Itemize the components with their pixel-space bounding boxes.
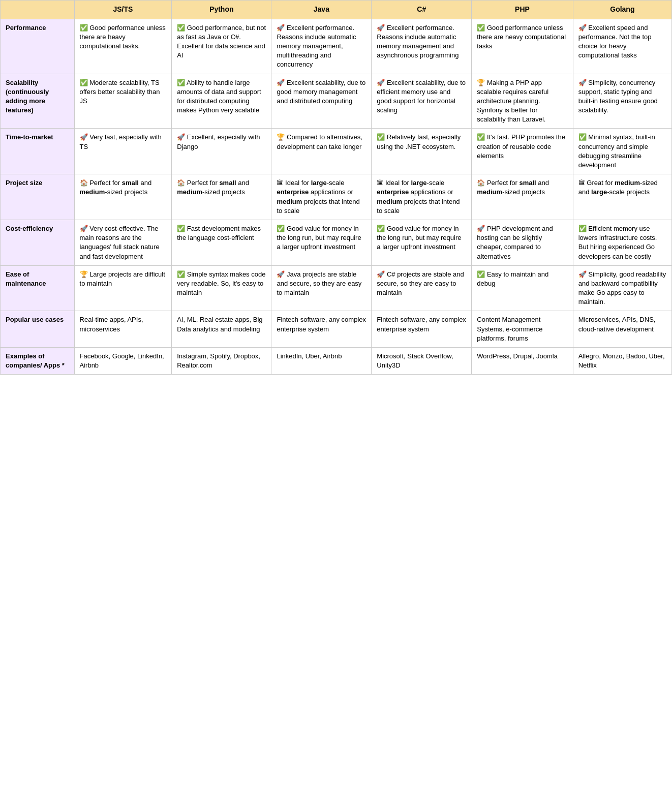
row-category: Project size <box>1 174 75 220</box>
cell-0-golang: 🚀 Excellent speed and performance. Not t… <box>573 19 671 74</box>
cell-1-php: 🏆 Making a PHP app scalable requires car… <box>472 74 573 129</box>
header-java: Java <box>271 1 372 19</box>
cell-6-csharp: Fintech software, any complex enterprise… <box>372 311 472 348</box>
cell-7-php: WordPress, Drupal, Joomla <box>472 348 573 375</box>
cell-7-golang: Allegro, Monzo, Badoo, Uber, Netflix <box>573 348 671 375</box>
row-category: Cost-efficiency <box>1 220 75 265</box>
cell-1-golang: 🚀 Simplicity, concurrency support, stati… <box>573 74 671 129</box>
table-row: Ease of maintenance🏆 Large projects are … <box>1 265 672 311</box>
cell-1-csharp: 🚀 Excellent scalability, due to efficien… <box>372 74 472 129</box>
row-category: Popular use cases <box>1 311 75 348</box>
cell-5-js: 🏆 Large projects are difficult to mainta… <box>74 265 172 311</box>
cell-0-java: 🚀 Excellent performance. Reasons include… <box>271 19 372 74</box>
cell-5-python: ✅ Simple syntax makes code very readable… <box>172 265 271 311</box>
cell-5-golang: 🚀 Simplicity, good readability and backw… <box>573 265 671 311</box>
table-row: Cost-efficiency🚀 Very cost-effective. Th… <box>1 220 672 265</box>
header-golang: Golang <box>573 1 671 19</box>
row-category: Time-to-market <box>1 129 75 174</box>
row-category: Scalability (continuously adding more fe… <box>1 74 75 129</box>
cell-2-python: 🚀 Excellent, especially with Django <box>172 129 271 174</box>
cell-4-php: 🚀 PHP development and hosting can be sli… <box>472 220 573 265</box>
comparison-table-wrapper: JS/TS Python Java C# PHP Golang Performa… <box>0 0 672 375</box>
header-category <box>1 1 75 19</box>
cell-3-golang: 🏛 Great for medium-sized and large-scale… <box>573 174 671 220</box>
table-row: Scalability (continuously adding more fe… <box>1 74 672 129</box>
cell-2-java: 🏆 Compared to alternatives, development … <box>271 129 372 174</box>
cell-6-python: AI, ML, Real estate apps, Big Data analy… <box>172 311 271 348</box>
cell-3-java: 🏛 Ideal for large-scale enterprise appli… <box>271 174 372 220</box>
header-php: PHP <box>472 1 573 19</box>
cell-2-php: ✅ It's fast. PHP promotes the creation o… <box>472 129 573 174</box>
header-js: JS/TS <box>74 1 172 19</box>
cell-2-golang: ✅ Minimal syntax, built-in concurrency a… <box>573 129 671 174</box>
cell-0-js: ✅ Good performance unless there are heav… <box>74 19 172 74</box>
header-row: JS/TS Python Java C# PHP Golang <box>1 1 672 19</box>
cell-7-js: Facebook, Google, LinkedIn, Airbnb <box>74 348 172 375</box>
cell-0-python: ✅ Good performance, but not as fast as J… <box>172 19 271 74</box>
row-category: Performance <box>1 19 75 74</box>
comparison-table: JS/TS Python Java C# PHP Golang Performa… <box>0 0 672 375</box>
cell-2-js: 🚀 Very fast, especially with TS <box>74 129 172 174</box>
cell-0-csharp: 🚀 Excellent performance. Reasons include… <box>372 19 472 74</box>
cell-7-python: Instagram, Spotify, Dropbox, Realtor.com <box>172 348 271 375</box>
cell-5-csharp: 🚀 C# projects are stable and secure, so … <box>372 265 472 311</box>
cell-6-java: Fintech software, any complex enterprise… <box>271 311 372 348</box>
row-category: Examples of companies/ Apps * <box>1 348 75 375</box>
cell-6-golang: Microservices, APIs, DNS, cloud-native d… <box>573 311 671 348</box>
table-row: Examples of companies/ Apps *Facebook, G… <box>1 348 672 375</box>
cell-3-php: 🏠 Perfect for small and medium-sized pro… <box>472 174 573 220</box>
cell-7-csharp: Microsoft, Stack Overflow, Unity3D <box>372 348 472 375</box>
table-row: Project size🏠 Perfect for small and medi… <box>1 174 672 220</box>
table-row: Performance✅ Good performance unless the… <box>1 19 672 74</box>
cell-1-python: ✅ Ability to handle large amounts of dat… <box>172 74 271 129</box>
cell-4-java: ✅ Good value for money in the long run, … <box>271 220 372 265</box>
header-csharp: C# <box>372 1 472 19</box>
table-row: Popular use casesReal-time apps, APIs, m… <box>1 311 672 348</box>
cell-6-js: Real-time apps, APIs, microservices <box>74 311 172 348</box>
header-python: Python <box>172 1 271 19</box>
cell-3-js: 🏠 Perfect for small and medium-sized pro… <box>74 174 172 220</box>
cell-7-java: LinkedIn, Uber, Airbnb <box>271 348 372 375</box>
cell-1-js: ✅ Moderate scalability, TS offers better… <box>74 74 172 129</box>
cell-4-csharp: ✅ Good value for money in the long run, … <box>372 220 472 265</box>
cell-4-golang: ✅ Efficient memory use lowers infrastruc… <box>573 220 671 265</box>
cell-5-php: ✅ Easy to maintain and debug <box>472 265 573 311</box>
table-row: Time-to-market🚀 Very fast, especially wi… <box>1 129 672 174</box>
cell-3-csharp: 🏛 Ideal for large-scale enterprise appli… <box>372 174 472 220</box>
cell-0-php: ✅ Good performance unless there are heav… <box>472 19 573 74</box>
cell-4-python: ✅ Fast development makes the language co… <box>172 220 271 265</box>
cell-5-java: 🚀 Java projects are stable and secure, s… <box>271 265 372 311</box>
row-category: Ease of maintenance <box>1 265 75 311</box>
cell-2-csharp: ✅ Relatively fast, especially using the … <box>372 129 472 174</box>
cell-6-php: Content Management Systems, e-commerce p… <box>472 311 573 348</box>
cell-3-python: 🏠 Perfect for small and medium-sized pro… <box>172 174 271 220</box>
cell-1-java: 🚀 Excellent scalability, due to good mem… <box>271 74 372 129</box>
cell-4-js: 🚀 Very cost-effective. The main reasons … <box>74 220 172 265</box>
